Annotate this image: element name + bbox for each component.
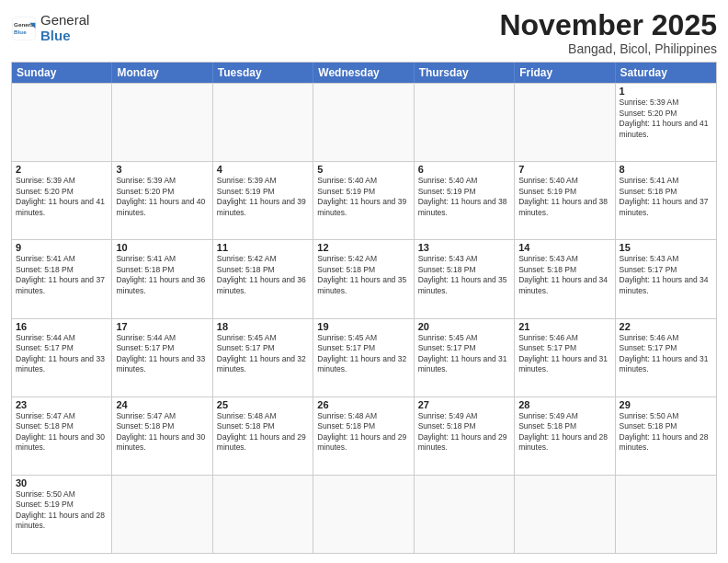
cal-cell-day-21: 21Sunrise: 5:46 AMSunset: 5:17 PMDayligh… (515, 319, 615, 396)
day-info: Sunrise: 5:43 AMSunset: 5:18 PMDaylight:… (518, 254, 610, 296)
day-number: 20 (418, 321, 510, 332)
day-info: Sunrise: 5:42 AMSunset: 5:18 PMDaylight:… (217, 254, 309, 296)
day-info: Sunrise: 5:43 AMSunset: 5:17 PMDaylight:… (620, 254, 712, 296)
logo-wordmark: General Blue (40, 13, 89, 43)
day-number: 28 (518, 399, 610, 410)
page: General Blue General Blue November 2025 … (0, 0, 728, 563)
day-info: Sunrise: 5:50 AMSunset: 5:18 PMDaylight:… (620, 411, 712, 454)
day-info: Sunrise: 5:45 AMSunset: 5:17 PMDaylight:… (317, 333, 409, 375)
day-number: 25 (217, 399, 309, 410)
day-info: Sunrise: 5:48 AMSunset: 5:18 PMDaylight:… (217, 411, 309, 454)
cal-header-saturday: Saturday (616, 63, 716, 83)
cal-cell-day-22: 22Sunrise: 5:46 AMSunset: 5:17 PMDayligh… (616, 319, 716, 396)
day-number: 8 (620, 164, 712, 175)
day-info: Sunrise: 5:41 AMSunset: 5:18 PMDaylight:… (620, 176, 712, 218)
calendar-header-row: SundayMondayTuesdayWednesdayThursdayFrid… (12, 63, 716, 83)
cal-cell-empty (616, 476, 716, 553)
subtitle: Bangad, Bicol, Philippines (499, 41, 717, 56)
cal-cell-day-27: 27Sunrise: 5:49 AMSunset: 5:18 PMDayligh… (415, 397, 515, 475)
day-number: 17 (116, 321, 208, 332)
day-number: 15 (620, 242, 712, 253)
day-number: 4 (217, 164, 309, 175)
day-info: Sunrise: 5:45 AMSunset: 5:17 PMDaylight:… (217, 333, 309, 375)
day-number: 12 (317, 242, 409, 253)
day-number: 14 (518, 242, 610, 253)
cal-cell-day-8: 8Sunrise: 5:41 AMSunset: 5:18 PMDaylight… (616, 162, 716, 239)
day-info: Sunrise: 5:48 AMSunset: 5:18 PMDaylight:… (317, 411, 409, 454)
day-info: Sunrise: 5:49 AMSunset: 5:18 PMDaylight:… (518, 411, 610, 454)
day-info: Sunrise: 5:42 AMSunset: 5:18 PMDaylight:… (317, 254, 409, 296)
day-number: 2 (16, 164, 108, 175)
cal-cell-day-4: 4Sunrise: 5:39 AMSunset: 5:19 PMDaylight… (213, 162, 313, 239)
day-info: Sunrise: 5:49 AMSunset: 5:18 PMDaylight:… (418, 411, 510, 454)
cal-cell-day-29: 29Sunrise: 5:50 AMSunset: 5:18 PMDayligh… (616, 397, 716, 475)
day-info: Sunrise: 5:40 AMSunset: 5:19 PMDaylight:… (418, 176, 510, 218)
day-info: Sunrise: 5:40 AMSunset: 5:19 PMDaylight:… (317, 176, 409, 218)
cal-cell-day-13: 13Sunrise: 5:43 AMSunset: 5:18 PMDayligh… (415, 240, 515, 317)
cal-week-2: 9Sunrise: 5:41 AMSunset: 5:18 PMDaylight… (12, 239, 716, 317)
day-info: Sunrise: 5:46 AMSunset: 5:17 PMDaylight:… (620, 333, 712, 375)
day-info: Sunrise: 5:46 AMSunset: 5:17 PMDaylight:… (518, 333, 610, 375)
day-number: 13 (418, 242, 510, 253)
day-number: 19 (317, 321, 409, 332)
cal-cell-day-23: 23Sunrise: 5:47 AMSunset: 5:18 PMDayligh… (12, 397, 112, 475)
cal-header-sunday: Sunday (12, 63, 112, 83)
cal-header-tuesday: Tuesday (213, 63, 313, 83)
cal-cell-empty (313, 84, 414, 161)
cal-header-thursday: Thursday (415, 63, 515, 83)
cal-cell-empty (415, 84, 515, 161)
day-number: 22 (620, 321, 712, 332)
cal-cell-empty (12, 84, 112, 161)
day-number: 7 (518, 164, 610, 175)
cal-cell-day-25: 25Sunrise: 5:48 AMSunset: 5:18 PMDayligh… (213, 397, 313, 475)
day-number: 9 (16, 242, 108, 253)
cal-cell-empty (313, 476, 414, 553)
day-number: 5 (317, 164, 409, 175)
day-number: 10 (116, 242, 208, 253)
cal-cell-day-17: 17Sunrise: 5:44 AMSunset: 5:17 PMDayligh… (112, 319, 212, 396)
day-info: Sunrise: 5:44 AMSunset: 5:17 PMDaylight:… (16, 333, 108, 375)
day-number: 3 (116, 164, 208, 175)
cal-cell-day-3: 3Sunrise: 5:39 AMSunset: 5:20 PMDaylight… (112, 162, 212, 239)
day-info: Sunrise: 5:39 AMSunset: 5:20 PMDaylight:… (16, 176, 108, 218)
day-info: Sunrise: 5:41 AMSunset: 5:18 PMDaylight:… (116, 254, 208, 296)
cal-cell-day-14: 14Sunrise: 5:43 AMSunset: 5:18 PMDayligh… (515, 240, 615, 317)
cal-cell-day-1: 1Sunrise: 5:39 AMSunset: 5:20 PMDaylight… (616, 84, 716, 161)
cal-cell-day-26: 26Sunrise: 5:48 AMSunset: 5:18 PMDayligh… (313, 397, 414, 475)
day-info: Sunrise: 5:45 AMSunset: 5:17 PMDaylight:… (418, 333, 510, 375)
logo: General Blue General Blue (11, 13, 89, 43)
cal-cell-day-20: 20Sunrise: 5:45 AMSunset: 5:17 PMDayligh… (415, 319, 515, 396)
cal-cell-empty (112, 476, 212, 553)
cal-cell-day-7: 7Sunrise: 5:40 AMSunset: 5:19 PMDaylight… (515, 162, 615, 239)
cal-cell-empty (112, 84, 212, 161)
day-info: Sunrise: 5:43 AMSunset: 5:18 PMDaylight:… (418, 254, 510, 296)
day-info: Sunrise: 5:47 AMSunset: 5:18 PMDaylight:… (16, 411, 108, 454)
day-info: Sunrise: 5:39 AMSunset: 5:20 PMDaylight:… (620, 98, 712, 140)
day-info: Sunrise: 5:44 AMSunset: 5:17 PMDaylight:… (116, 333, 208, 375)
calendar-body: 1Sunrise: 5:39 AMSunset: 5:20 PMDaylight… (12, 83, 716, 553)
cal-cell-empty (515, 476, 615, 553)
cal-cell-day-24: 24Sunrise: 5:47 AMSunset: 5:18 PMDayligh… (112, 397, 212, 475)
cal-week-4: 23Sunrise: 5:47 AMSunset: 5:18 PMDayligh… (12, 396, 716, 475)
day-number: 26 (317, 399, 409, 410)
day-info: Sunrise: 5:40 AMSunset: 5:19 PMDaylight:… (518, 176, 610, 218)
cal-cell-day-6: 6Sunrise: 5:40 AMSunset: 5:19 PMDaylight… (415, 162, 515, 239)
header: General Blue General Blue November 2025 … (11, 9, 717, 56)
cal-cell-day-28: 28Sunrise: 5:49 AMSunset: 5:18 PMDayligh… (515, 397, 615, 475)
day-number: 11 (217, 242, 309, 253)
cal-week-5: 30Sunrise: 5:50 AMSunset: 5:19 PMDayligh… (12, 475, 716, 553)
cal-cell-day-16: 16Sunrise: 5:44 AMSunset: 5:17 PMDayligh… (12, 319, 112, 396)
cal-header-wednesday: Wednesday (313, 63, 414, 83)
cal-week-1: 2Sunrise: 5:39 AMSunset: 5:20 PMDaylight… (12, 161, 716, 239)
cal-week-0: 1Sunrise: 5:39 AMSunset: 5:20 PMDaylight… (12, 83, 716, 161)
day-number: 16 (16, 321, 108, 332)
cal-header-friday: Friday (515, 63, 615, 83)
cal-cell-day-19: 19Sunrise: 5:45 AMSunset: 5:17 PMDayligh… (313, 319, 414, 396)
cal-cell-day-11: 11Sunrise: 5:42 AMSunset: 5:18 PMDayligh… (213, 240, 313, 317)
cal-cell-day-12: 12Sunrise: 5:42 AMSunset: 5:18 PMDayligh… (313, 240, 414, 317)
day-info: Sunrise: 5:39 AMSunset: 5:20 PMDaylight:… (116, 176, 208, 218)
cal-week-3: 16Sunrise: 5:44 AMSunset: 5:17 PMDayligh… (12, 318, 716, 396)
cal-cell-empty (213, 84, 313, 161)
day-number: 30 (16, 477, 108, 488)
svg-text:Blue: Blue (14, 29, 27, 35)
